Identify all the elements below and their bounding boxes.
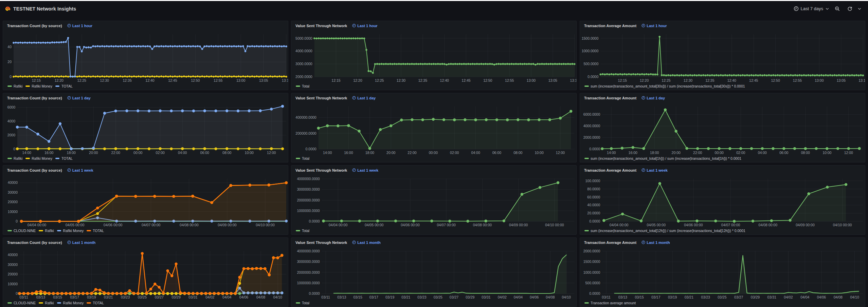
svg-text:04/08: 04/08: [834, 295, 843, 299]
svg-text:40.0000: 40.0000: [587, 203, 600, 207]
svg-text:03/19: 03/19: [385, 295, 394, 299]
svg-text:13:05: 13:05: [548, 78, 557, 82]
svg-text:03/11: 03/11: [19, 295, 28, 299]
svg-text:20000: 20000: [8, 200, 18, 204]
svg-text:03/29: 03/29: [171, 295, 180, 299]
svg-text:12:20: 12:20: [55, 78, 64, 82]
svg-text:04/07 00:00: 04/07 00:00: [437, 223, 456, 227]
svg-text:500.0000: 500.0000: [584, 62, 599, 66]
svg-text:2000000.0000: 2000000.0000: [297, 198, 320, 202]
svg-text:06:00: 06:00: [779, 151, 788, 155]
svg-text:03/11: 03/11: [321, 295, 330, 299]
svg-text:13:00: 13:00: [815, 78, 824, 82]
svg-text:12:00: 12:00: [267, 151, 276, 155]
svg-text:22:00: 22:00: [408, 151, 416, 155]
svg-text:10:00: 10:00: [535, 151, 543, 155]
svg-text:0.0000: 0.0000: [306, 147, 317, 151]
svg-text:12:25: 12:25: [375, 78, 384, 82]
svg-text:04/06 00:00: 04/06 00:00: [684, 223, 703, 227]
svg-text:04/08: 04/08: [546, 295, 555, 299]
svg-text:12:30: 12:30: [397, 78, 405, 82]
svg-text:00:00: 00:00: [715, 151, 724, 155]
svg-text:03/11: 03/11: [602, 295, 611, 299]
svg-text:6000.0000: 6000.0000: [583, 112, 600, 116]
svg-text:04/04 00:00: 04/04 00:00: [28, 223, 47, 227]
svg-text:03/25: 03/25: [718, 295, 726, 299]
svg-text:1500.0000: 1500.0000: [583, 260, 600, 264]
svg-text:04:00: 04:00: [178, 151, 187, 155]
svg-text:04/08: 04/08: [256, 295, 265, 299]
svg-text:16:00: 16:00: [629, 151, 637, 155]
svg-text:100.0000: 100.0000: [585, 179, 600, 183]
svg-text:04:00: 04:00: [758, 151, 767, 155]
svg-text:12:50: 12:50: [191, 78, 200, 82]
svg-text:12:00: 12:00: [844, 151, 853, 155]
svg-text:10000: 10000: [8, 282, 18, 286]
svg-text:04/05 00:00: 04/05 00:00: [365, 223, 384, 227]
svg-text:20:00: 20:00: [672, 151, 681, 155]
svg-text:12:15: 12:15: [32, 78, 41, 82]
svg-text:04/10: 04/10: [562, 295, 571, 299]
svg-text:04/10: 04/10: [850, 295, 859, 299]
svg-text:04/02: 04/02: [784, 295, 793, 299]
svg-text:06:00: 06:00: [200, 151, 209, 155]
svg-text:0: 0: [13, 147, 15, 151]
svg-text:04/05 00:00: 04/05 00:00: [66, 223, 85, 227]
svg-text:5000.0000: 5000.0000: [295, 36, 312, 40]
svg-text:2000: 2000: [7, 133, 16, 137]
svg-text:03/27: 03/27: [155, 295, 164, 299]
svg-text:12:45: 12:45: [749, 78, 758, 82]
svg-text:13:05: 13:05: [259, 78, 268, 82]
svg-text:0: 0: [10, 75, 12, 79]
svg-text:4000000.0000: 4000000.0000: [297, 177, 320, 181]
svg-text:12:20: 12:20: [640, 78, 649, 82]
svg-text:03/17: 03/17: [651, 295, 660, 299]
svg-text:10:00: 10:00: [822, 151, 831, 155]
svg-text:20: 20: [7, 60, 12, 64]
svg-text:3000000.0000: 3000000.0000: [297, 187, 320, 191]
svg-text:04/06 00:00: 04/06 00:00: [401, 223, 420, 227]
svg-text:0.0000: 0.0000: [309, 219, 320, 223]
svg-text:4000000.0000: 4000000.0000: [297, 249, 320, 253]
svg-text:00:00: 00:00: [429, 151, 438, 155]
svg-text:1000000.0000: 1000000.0000: [297, 209, 320, 213]
svg-text:04/04: 04/04: [800, 295, 809, 299]
svg-text:12:00: 12:00: [556, 151, 565, 155]
svg-text:04/10 00:00: 04/10 00:00: [545, 223, 564, 227]
svg-text:12:40: 12:40: [727, 78, 736, 82]
svg-text:00:00: 00:00: [133, 151, 142, 155]
svg-text:02:00: 02:00: [736, 151, 745, 155]
svg-text:04/06: 04/06: [239, 295, 248, 299]
svg-text:08:00: 08:00: [513, 151, 522, 155]
svg-text:80.0000: 80.0000: [587, 187, 600, 191]
svg-text:20:00: 20:00: [386, 151, 395, 155]
svg-text:12:35: 12:35: [705, 78, 714, 82]
svg-text:03/23: 03/23: [121, 295, 130, 299]
svg-text:03/31: 03/31: [767, 295, 776, 299]
svg-text:13:10: 13:10: [570, 78, 577, 82]
svg-text:13:10: 13:10: [282, 78, 288, 82]
svg-text:12:55: 12:55: [793, 78, 802, 82]
svg-text:04/09 00:00: 04/09 00:00: [218, 223, 237, 227]
svg-text:1000.0000: 1000.0000: [583, 270, 600, 274]
svg-text:12:30: 12:30: [684, 78, 692, 82]
svg-text:03/27: 03/27: [450, 295, 458, 299]
svg-text:03/19: 03/19: [87, 295, 96, 299]
svg-text:3000000.0000: 3000000.0000: [297, 260, 320, 264]
svg-text:04/09 00:00: 04/09 00:00: [509, 223, 528, 227]
svg-text:03/23: 03/23: [417, 295, 426, 299]
svg-text:04/08 00:00: 04/08 00:00: [180, 223, 199, 227]
svg-text:03/31: 03/31: [482, 295, 490, 299]
svg-text:04/04: 04/04: [222, 295, 231, 299]
svg-text:20000: 20000: [8, 272, 18, 276]
svg-text:12:55: 12:55: [214, 78, 222, 82]
svg-text:12:15: 12:15: [618, 78, 627, 82]
svg-text:18:00: 18:00: [67, 151, 76, 155]
svg-text:4000.0000: 4000.0000: [295, 49, 312, 53]
svg-text:10000: 10000: [8, 210, 18, 214]
svg-text:12:40: 12:40: [145, 78, 154, 82]
svg-text:03/31: 03/31: [188, 295, 197, 299]
svg-text:03/15: 03/15: [635, 295, 644, 299]
svg-text:12:15: 12:15: [331, 78, 340, 82]
svg-text:03/21: 03/21: [401, 295, 410, 299]
